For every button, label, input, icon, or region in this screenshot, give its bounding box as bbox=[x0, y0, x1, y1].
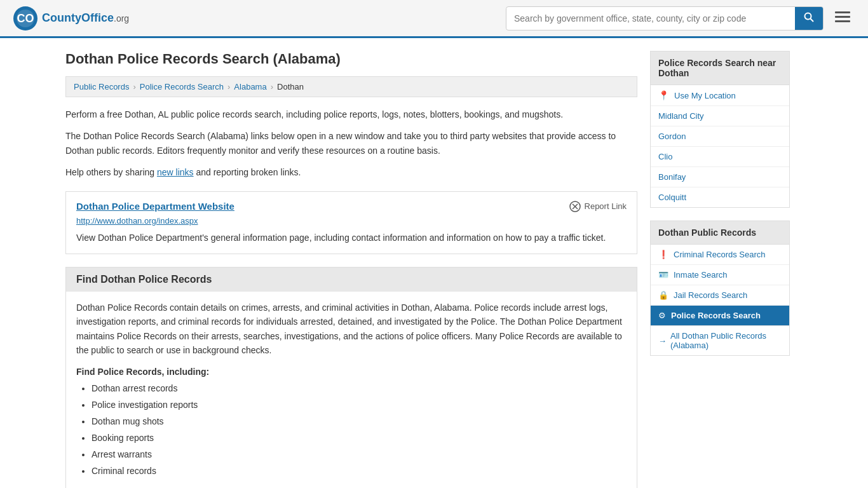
breadcrumb-dothan: Dothan bbox=[277, 82, 304, 92]
sidebar-public-records-title: Dothan Public Records bbox=[650, 220, 790, 244]
search-input[interactable] bbox=[506, 8, 795, 29]
intro-paragraph-3: Help others by sharing new links and rep… bbox=[65, 165, 637, 179]
find-section-body-text: Dothan Police Records contain details on… bbox=[76, 301, 627, 358]
find-list-header: Find Police Records, including: bbox=[76, 367, 627, 377]
menu-button[interactable] bbox=[830, 8, 855, 29]
intro-paragraph-1: Perform a free Dothan, AL public police … bbox=[65, 107, 637, 121]
list-item: Dothan arrest records bbox=[92, 382, 627, 395]
id-icon: 🪪 bbox=[658, 270, 668, 280]
header-right bbox=[506, 6, 855, 30]
lock-icon: 🔒 bbox=[658, 290, 668, 300]
sidebar-nearby-midland-city[interactable]: Midland City bbox=[651, 106, 789, 126]
location-pin-icon: 📍 bbox=[658, 90, 669, 100]
find-section: Find Dothan Police Records Dothan Police… bbox=[65, 267, 637, 488]
sidebar-nearby-clio[interactable]: Clio bbox=[651, 147, 789, 167]
svg-rect-5 bbox=[835, 11, 850, 13]
inmate-search-link[interactable]: Inmate Search bbox=[674, 270, 728, 280]
list-item: Dothan mug shots bbox=[92, 415, 627, 428]
list-item: Police investigation reports bbox=[92, 398, 627, 412]
sidebar-nearby-use-location[interactable]: 📍 Use My Location bbox=[651, 85, 789, 106]
svg-line-4 bbox=[811, 18, 814, 22]
sidebar: Police Records Search near Dothan 📍 Use … bbox=[650, 51, 790, 488]
arrow-right-icon: → bbox=[658, 336, 667, 346]
breadcrumb-sep-2: › bbox=[227, 82, 230, 92]
sidebar-nearby-title: Police Records Search near Dothan bbox=[650, 51, 790, 85]
sidebar-nearby-section: Police Records Search near Dothan 📍 Use … bbox=[650, 51, 790, 208]
sidebar-jail-records[interactable]: 🔒 Jail Records Search bbox=[651, 285, 789, 306]
breadcrumb-alabama[interactable]: Alabama bbox=[234, 82, 266, 92]
link-card-url[interactable]: http://www.dothan.org/index.aspx bbox=[76, 216, 627, 226]
link-card: Dothan Police Department Website Report … bbox=[65, 191, 637, 254]
all-dothan-records-link[interactable]: All Dothan Public Records (Alabama) bbox=[670, 331, 782, 350]
site-header: CO CountyOffice.org bbox=[0, 0, 868, 38]
new-links-link[interactable]: new links bbox=[157, 167, 194, 177]
jail-records-link[interactable]: Jail Records Search bbox=[674, 290, 747, 300]
logo-icon: CO bbox=[13, 6, 38, 31]
report-icon bbox=[569, 201, 581, 212]
breadcrumb-police-records-search[interactable]: Police Records Search bbox=[140, 82, 224, 92]
sidebar-nearby-body: 📍 Use My Location Midland City Gordon Cl… bbox=[650, 85, 790, 208]
main-container: Dothan Police Records Search (Alabama) P… bbox=[53, 38, 815, 488]
sidebar-nearby-gordon[interactable]: Gordon bbox=[651, 126, 789, 147]
link-card-title[interactable]: Dothan Police Department Website bbox=[76, 201, 234, 212]
sidebar-police-records-active[interactable]: ⚙ Police Records Search bbox=[651, 306, 789, 325]
sidebar-criminal-records[interactable]: ❗ Criminal Records Search bbox=[651, 245, 789, 265]
page-title: Dothan Police Records Search (Alabama) bbox=[65, 51, 637, 67]
breadcrumb-public-records[interactable]: Public Records bbox=[74, 82, 129, 92]
intro3-pre: Help others by sharing bbox=[65, 167, 157, 177]
list-item: Booking reports bbox=[92, 431, 627, 445]
use-my-location-link[interactable]: Use My Location bbox=[674, 91, 736, 100]
report-link-label: Report Link bbox=[585, 201, 627, 211]
svg-point-3 bbox=[805, 13, 811, 19]
list-item: Criminal records bbox=[92, 464, 627, 478]
link-card-header: Dothan Police Department Website Report … bbox=[76, 201, 627, 212]
find-section-body: Dothan Police Records contain details on… bbox=[66, 292, 637, 488]
gordon-link[interactable]: Gordon bbox=[658, 132, 686, 141]
find-list: Dothan arrest records Police investigati… bbox=[76, 382, 627, 478]
logo-text: CountyOffice.org bbox=[42, 11, 129, 25]
breadcrumb-sep-3: › bbox=[271, 82, 273, 92]
sidebar-all-records[interactable]: → All Dothan Public Records (Alabama) bbox=[650, 326, 790, 356]
content-area: Dothan Police Records Search (Alabama) P… bbox=[65, 51, 637, 488]
clio-link[interactable]: Clio bbox=[658, 152, 672, 161]
intro3-post: and reporting broken links. bbox=[194, 167, 301, 177]
link-card-desc: View Dothan Police Department's general … bbox=[76, 231, 627, 245]
sidebar-inmate-search[interactable]: 🪪 Inmate Search bbox=[651, 265, 789, 285]
find-section-header: Find Dothan Police Records bbox=[66, 268, 637, 292]
sidebar-public-records-section: Dothan Public Records ❗ Criminal Records… bbox=[650, 220, 790, 356]
report-link-button[interactable]: Report Link bbox=[569, 201, 627, 212]
colquitt-link[interactable]: Colquitt bbox=[658, 193, 686, 202]
intro-paragraph-2: The Dothan Police Records Search (Alabam… bbox=[65, 129, 637, 158]
sidebar-nearby-bonifay[interactable]: Bonifay bbox=[651, 167, 789, 187]
exclamation-icon: ❗ bbox=[658, 250, 668, 259]
midland-city-link[interactable]: Midland City bbox=[658, 111, 704, 121]
svg-text:CO: CO bbox=[17, 12, 34, 25]
sidebar-nearby-colquitt[interactable]: Colquitt bbox=[651, 187, 789, 207]
search-bar bbox=[506, 6, 824, 30]
svg-rect-6 bbox=[835, 16, 850, 18]
bonifay-link[interactable]: Bonifay bbox=[658, 172, 686, 182]
criminal-records-link[interactable]: Criminal Records Search bbox=[674, 250, 766, 259]
search-button[interactable] bbox=[795, 7, 823, 30]
breadcrumb-sep-1: › bbox=[133, 82, 135, 92]
sidebar-public-records-body: ❗ Criminal Records Search 🪪 Inmate Searc… bbox=[650, 244, 790, 326]
svg-rect-7 bbox=[835, 20, 850, 22]
breadcrumb: Public Records › Police Records Search ›… bbox=[65, 76, 637, 97]
list-item: Arrest warrants bbox=[92, 448, 627, 461]
police-records-link-active[interactable]: Police Records Search bbox=[671, 311, 761, 320]
gear-icon: ⚙ bbox=[658, 311, 666, 320]
logo-area: CO CountyOffice.org bbox=[13, 6, 129, 31]
